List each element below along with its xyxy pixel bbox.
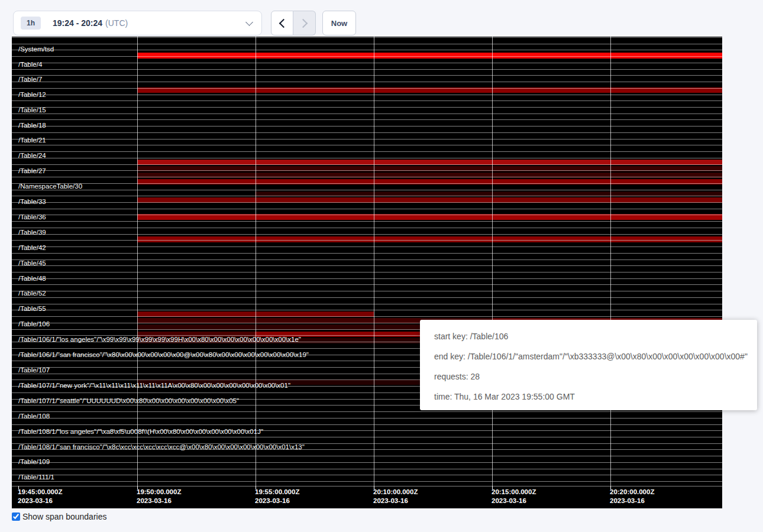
- span-key-label: /Table/107/1/"new york"/"\x11\x11\x11\x1…: [18, 382, 290, 389]
- time-range-timezone: (UTC): [105, 18, 128, 28]
- previous-window-button[interactable]: [271, 11, 293, 35]
- axis-time-label: 20:10:00.000Z2023-03-16: [373, 488, 418, 505]
- toolbar: 1h 19:24 - 20:24 (UTC) Now: [13, 11, 356, 35]
- span-boundary-line: [12, 297, 722, 298]
- span-boundary-line: [12, 424, 722, 425]
- span-boundary-line: [12, 151, 722, 152]
- time-range-badge: 1h: [21, 17, 41, 30]
- span-key-label: /Table/107: [18, 366, 50, 374]
- span-key-label: /Table/107/1/"seattle"/"UUUUUUD\x00\x80\…: [18, 397, 239, 404]
- time-range-selector[interactable]: 1h 19:24 - 20:24 (UTC): [13, 11, 262, 35]
- span-boundary-line: [12, 37, 722, 38]
- span-boundary-line: [12, 411, 722, 412]
- span-key-label: /System/tsd: [18, 46, 54, 53]
- span-key-label: /Table/106: [18, 320, 50, 327]
- key-visualizer-canvas[interactable]: /System/tsd/Table/4/Table/7/Table/12/Tab…: [12, 37, 722, 508]
- time-gridline: [137, 37, 138, 486]
- span-key-label: /Table/7: [18, 76, 42, 83]
- span-boundary-line: [12, 126, 722, 126]
- span-boundary-line: [12, 100, 722, 101]
- span-boundary-line: [12, 202, 722, 203]
- span-key-label: /Table/108/1/"los angeles"/"\xa8\xf5\u00…: [18, 428, 263, 435]
- span-boundary-line: [12, 481, 722, 482]
- span-boundary-line: [12, 284, 722, 285]
- span-boundary-line: [12, 164, 722, 165]
- span-boundary-line: [12, 139, 722, 140]
- span-key-label: /Table/45: [18, 259, 46, 267]
- time-gridline: [256, 37, 256, 486]
- next-window-button-disabled[interactable]: [293, 11, 316, 35]
- span-key-label: /Table/52: [18, 290, 46, 297]
- span-boundary-line: [12, 82, 722, 82]
- span-boundary-line: [12, 113, 722, 114]
- span-boundary-line: [12, 418, 722, 419]
- span-key-label: /Table/108: [18, 413, 50, 420]
- span-boundary-line: [12, 469, 722, 469]
- span-boundary-line: [12, 310, 722, 310]
- axis-time-label: 20:20:00.000Z2023-03-16: [610, 488, 654, 505]
- time-range-text: 19:24 - 20:24: [53, 18, 102, 28]
- span-boundary-line: [12, 75, 722, 76]
- axis-time-label: 19:50:00.000Z2023-03-16: [137, 488, 181, 505]
- time-gridline: [374, 37, 374, 486]
- span-boundary-line: [12, 170, 722, 171]
- span-boundary-line: [12, 190, 722, 190]
- span-boundary-line: [12, 304, 722, 304]
- span-boundary-line: [12, 158, 722, 158]
- span-key-label: /Table/39: [18, 229, 46, 236]
- span-boundary-line: [12, 486, 722, 486]
- axis-time-label: 20:15:00.000Z2023-03-16: [492, 488, 536, 505]
- span-boundary-line: [12, 240, 722, 241]
- span-boundary-line: [12, 234, 722, 235]
- heat-band: [137, 53, 722, 59]
- show-span-boundaries-label: Show span boundaries: [22, 512, 106, 521]
- span-key-label: /Table/48: [18, 275, 46, 282]
- span-boundary-line: [12, 183, 722, 184]
- span-boundary-line: [12, 437, 722, 437]
- span-key-label: /Table/106/1/"los angeles"/"\x99\x99\x99…: [18, 336, 301, 343]
- span-boundary-line: [12, 119, 722, 120]
- span-boundary-line: [12, 291, 722, 291]
- span-boundary-line: [12, 196, 722, 196]
- span-boundary-line: [12, 63, 722, 63]
- heat-band: [137, 236, 722, 242]
- span-boundary-line: [12, 95, 722, 95]
- span-boundary-line: [12, 177, 722, 177]
- time-gridline: [492, 37, 493, 486]
- span-key-label: /Table/18: [18, 122, 46, 129]
- span-boundary-line: [12, 265, 722, 266]
- tooltip-end-key: end key: /Table/106/1/"amsterdam"/"\xb33…: [434, 346, 757, 366]
- footer: Show span boundaries: [12, 512, 106, 521]
- span-key-label: /Table/108/1/"san francisco"/"\x8c\xcc\x…: [18, 443, 305, 450]
- span-boundary-line: [12, 278, 722, 279]
- span-key-label: /Table/109: [18, 458, 50, 465]
- span-key-label: /NamespaceTable/30: [18, 183, 82, 190]
- span-boundary-line: [12, 316, 722, 317]
- span-boundary-line: [12, 132, 722, 133]
- show-span-boundaries-checkbox[interactable]: [12, 512, 20, 521]
- span-key-label: /Table/36: [18, 213, 46, 220]
- span-boundary-line: [12, 462, 722, 463]
- span-boundary-line: [12, 88, 722, 89]
- heatmap-tooltip: start key: /Table/106 end key: /Table/10…: [420, 320, 757, 410]
- span-key-label: /Table/24: [18, 152, 46, 159]
- tooltip-start-key: start key: /Table/106: [434, 326, 757, 346]
- time-nav-group: [271, 11, 316, 35]
- span-key-label: /Table/106/1/"san francisco"/"\x80\x00\x…: [18, 351, 309, 358]
- span-key-label: /Table/4: [18, 61, 42, 68]
- span-key-label: /Table/55: [18, 305, 46, 312]
- span-key-label: /Table/21: [18, 137, 46, 144]
- span-boundary-line: [12, 56, 722, 57]
- axis-time-label: 19:55:00.000Z2023-03-16: [255, 488, 299, 505]
- span-boundary-line: [12, 246, 722, 247]
- span-boundary-line: [12, 69, 722, 70]
- tooltip-requests: requests: 28: [434, 366, 757, 387]
- span-key-label: /Table/27: [18, 167, 46, 174]
- now-button[interactable]: Now: [322, 11, 356, 35]
- span-boundary-line: [12, 259, 722, 260]
- span-boundary-line: [12, 50, 722, 50]
- axis-time-label: 19:45:00.000Z2023-03-16: [18, 488, 62, 505]
- time-gridline: [610, 37, 611, 486]
- span-boundary-line: [12, 228, 722, 228]
- span-boundary-line: [12, 221, 722, 222]
